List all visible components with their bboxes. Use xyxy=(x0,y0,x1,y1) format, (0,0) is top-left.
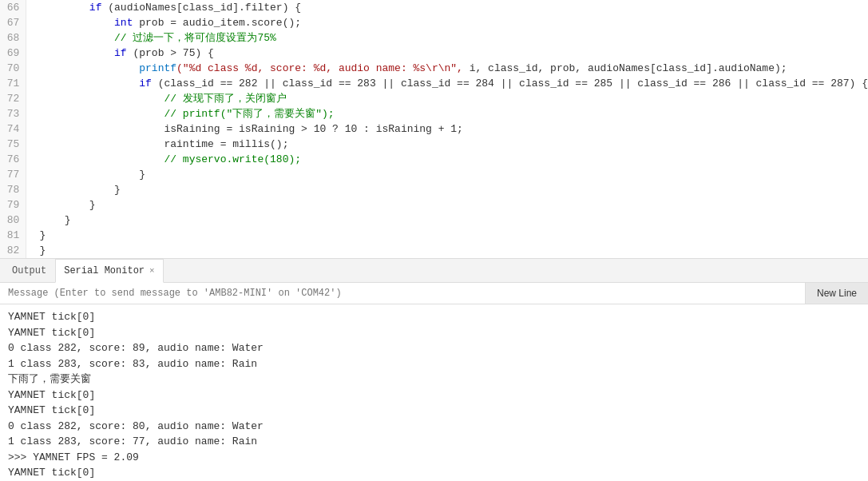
tab-label: Serial Monitor xyxy=(64,265,145,276)
code-line: 76 // myservo.write(180); xyxy=(0,152,868,167)
code-line: 80 } xyxy=(0,213,868,228)
line-number: 79 xyxy=(0,197,26,213)
code-line: 68 // 过滤一下，将可信度设置为75% xyxy=(0,30,868,46)
code-line: 82} xyxy=(0,243,868,258)
code-line: 67 int prob = audio_item.score(); xyxy=(0,15,868,30)
serial-output: YAMNET tick[0]YAMNET tick[0]0 class 282,… xyxy=(0,304,868,481)
code-line: 66 if (audioNames[class_id].filter) { xyxy=(0,0,868,15)
code-line: 71 if (class_id == 282 || class_id == 28… xyxy=(0,76,868,91)
line-code[interactable]: // printf("下雨了，需要关窗"); xyxy=(26,106,868,121)
serial-output-line: YAMNET tick[0] xyxy=(8,403,860,419)
code-line: 72 // 发现下雨了，关闭窗户 xyxy=(0,91,868,106)
code-line: 78 } xyxy=(0,182,868,197)
serial-output-line: 0 class 282, score: 80, audio name: Wate… xyxy=(8,419,860,435)
tab-item-output[interactable]: Output xyxy=(3,259,55,283)
line-code[interactable]: } xyxy=(26,243,868,258)
new-line-button[interactable]: New Line xyxy=(805,283,868,304)
line-number: 82 xyxy=(0,243,26,258)
message-row: New Line xyxy=(0,283,868,304)
line-code[interactable]: } xyxy=(26,182,868,197)
code-line: 69 if (prob > 75) { xyxy=(0,46,868,61)
line-number: 73 xyxy=(0,106,26,121)
line-code[interactable]: int prob = audio_item.score(); xyxy=(26,15,868,30)
line-number: 70 xyxy=(0,61,26,76)
line-number: 75 xyxy=(0,137,26,152)
line-number: 80 xyxy=(0,213,26,228)
serial-output-line: YAMNET tick[0] xyxy=(8,388,860,403)
serial-output-line: YAMNET tick[0] xyxy=(8,325,860,341)
code-line: 79 } xyxy=(0,197,868,213)
line-code[interactable]: printf("%d class %d, score: %d, audio na… xyxy=(26,61,868,76)
serial-message-input[interactable] xyxy=(0,283,805,304)
code-line: 70 printf("%d class %d, score: %d, audio… xyxy=(0,61,868,76)
line-number: 81 xyxy=(0,228,26,243)
serial-output-line: 0 class 282, score: 89, audio name: Wate… xyxy=(8,340,860,356)
serial-output-line: 下雨了，需要关窗 xyxy=(8,372,860,388)
code-line: 77 } xyxy=(0,167,868,182)
tab-bar: OutputSerial Monitor× xyxy=(0,259,868,283)
serial-output-line: YAMNET tick[0] xyxy=(8,465,860,481)
line-number: 72 xyxy=(0,91,26,106)
line-code[interactable]: isRaining = isRaining > 10 ? 10 : isRain… xyxy=(26,121,868,137)
line-code[interactable]: } xyxy=(26,167,868,182)
line-number: 66 xyxy=(0,0,26,15)
line-number: 71 xyxy=(0,76,26,91)
code-line: 75 raintime = millis(); xyxy=(0,137,868,152)
tab-item-serial-monitor[interactable]: Serial Monitor× xyxy=(55,259,163,283)
line-code[interactable]: } xyxy=(26,228,868,243)
tab-label: Output xyxy=(12,265,46,276)
serial-output-line: YAMNET tick[0] xyxy=(8,309,860,325)
line-number: 68 xyxy=(0,30,26,46)
line-number: 77 xyxy=(0,167,26,182)
line-number: 74 xyxy=(0,121,26,137)
line-number: 67 xyxy=(0,15,26,30)
tab-close-icon[interactable]: × xyxy=(149,266,155,276)
line-code[interactable]: // 发现下雨了，关闭窗户 xyxy=(26,91,868,106)
code-editor: 66 if (audioNames[class_id].filter) {67 … xyxy=(0,0,868,259)
code-line: 74 isRaining = isRaining > 10 ? 10 : isR… xyxy=(0,121,868,137)
serial-output-line: >>> YAMNET FPS = 2.09 xyxy=(8,450,860,466)
line-code[interactable]: raintime = millis(); xyxy=(26,137,868,152)
bottom-panel: OutputSerial Monitor× New Line YAMNET ti… xyxy=(0,259,868,481)
code-line: 73 // printf("下雨了，需要关窗"); xyxy=(0,106,868,121)
line-code[interactable]: // myservo.write(180); xyxy=(26,152,868,167)
line-number: 69 xyxy=(0,46,26,61)
line-number: 78 xyxy=(0,182,26,197)
line-code[interactable]: } xyxy=(26,197,868,213)
serial-output-line: 1 class 283, score: 83, audio name: Rain xyxy=(8,356,860,372)
line-code[interactable]: if (prob > 75) { xyxy=(26,46,868,61)
line-code[interactable]: } xyxy=(26,213,868,228)
line-number: 76 xyxy=(0,152,26,167)
code-line: 81} xyxy=(0,228,868,243)
line-code[interactable]: if (audioNames[class_id].filter) { xyxy=(26,0,868,15)
line-code[interactable]: // 过滤一下，将可信度设置为75% xyxy=(26,30,868,46)
serial-output-line: 1 class 283, score: 77, audio name: Rain xyxy=(8,434,860,450)
line-code[interactable]: if (class_id == 282 || class_id == 283 |… xyxy=(26,76,868,91)
